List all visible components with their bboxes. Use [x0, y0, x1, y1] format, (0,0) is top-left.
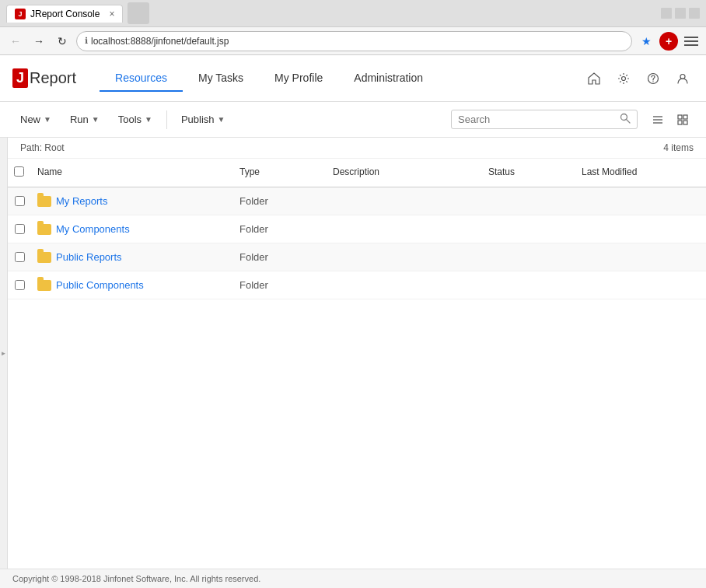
home-icon[interactable] [583, 68, 605, 89]
table-header: Name Type Description Status Last Modifi… [8, 159, 706, 187]
bookmark-star-icon[interactable]: ★ [641, 35, 652, 47]
publish-label: Publish [181, 114, 215, 125]
search-box[interactable] [451, 110, 638, 129]
tools-button[interactable]: Tools ▼ [110, 110, 160, 129]
header-name[interactable]: Name [31, 163, 233, 182]
row-modified-cell [575, 197, 706, 206]
folder-icon [37, 280, 51, 291]
grid-view-button[interactable] [672, 109, 694, 131]
row-name-cell: Public Reports [31, 247, 233, 268]
list-view-button[interactable] [647, 109, 669, 131]
row-name-link[interactable]: My Components [56, 223, 130, 235]
row-type-cell: Folder [233, 247, 327, 268]
row-checkbox[interactable] [15, 196, 25, 206]
tools-dropdown-arrow: ▼ [145, 115, 152, 124]
row-modified-cell [575, 253, 706, 262]
row-status-cell [482, 281, 575, 290]
new-label: New [20, 114, 40, 125]
tab-title: JReport Console [30, 9, 100, 19]
row-type-cell: Folder [233, 219, 327, 240]
header-last-modified[interactable]: Last Modified [575, 163, 706, 182]
nav-my-profile[interactable]: My Profile [259, 65, 338, 92]
row-status-cell [482, 197, 575, 206]
header-type[interactable]: Type [233, 163, 327, 182]
browser-controls: ← → ↻ ℹ localhost:8888/jinfonet/default.… [0, 26, 706, 54]
row-modified-cell [575, 281, 706, 290]
app-container: J Report Resources My Tasks My Profile A… [0, 55, 706, 588]
select-all-checkbox[interactable] [14, 166, 24, 177]
row-checkbox[interactable] [15, 224, 25, 234]
footer-text: Copyright © 1998-2018 Jinfonet Software,… [12, 574, 260, 583]
logo-j: J [12, 68, 28, 88]
row-checkbox[interactable] [15, 280, 25, 290]
address-bar[interactable]: ℹ localhost:8888/jinfonet/default.jsp [76, 31, 632, 51]
help-icon[interactable] [642, 68, 664, 89]
tools-label: Tools [118, 114, 142, 125]
folder-icon [37, 252, 51, 263]
user-icon[interactable] [672, 68, 694, 89]
header-checkbox-cell [8, 163, 31, 182]
row-name-cell: Public Components [31, 275, 233, 296]
browser-titlebar: J JReport Console × [0, 0, 706, 26]
svg-point-2 [652, 81, 653, 82]
panel-arrow-icon: ► [1, 350, 7, 357]
row-checkbox-cell[interactable] [8, 219, 31, 239]
app-logo: J Report [12, 68, 76, 88]
items-count: 4 items [663, 142, 694, 153]
tab-close-button[interactable]: × [109, 9, 114, 19]
row-name-link[interactable]: Public Reports [56, 251, 122, 263]
run-dropdown-arrow: ▼ [92, 115, 100, 124]
search-icon [620, 113, 631, 126]
logo-text: Report [30, 69, 76, 87]
nav-my-tasks[interactable]: My Tasks [183, 65, 259, 92]
run-button[interactable]: Run ▼ [62, 110, 107, 129]
run-label: Run [70, 114, 89, 125]
row-checkbox-cell[interactable] [8, 275, 31, 295]
settings-icon[interactable] [613, 68, 634, 89]
toolbar-separator [166, 110, 167, 129]
maximize-button[interactable] [675, 8, 686, 19]
header-icons [583, 68, 694, 89]
main-content: ► Path: Root 4 items Name [0, 138, 706, 569]
back-button[interactable]: ← [6, 32, 25, 51]
svg-rect-12 [683, 121, 687, 124]
row-checkbox-cell[interactable] [8, 247, 31, 267]
app-footer: Copyright © 1998-2018 Jinfonet Software,… [0, 569, 706, 588]
folder-icon [37, 196, 51, 207]
extension-button[interactable]: + [659, 32, 678, 51]
tab-icon: J [15, 9, 26, 19]
panel-toggle[interactable]: ► [0, 138, 8, 569]
close-button[interactable] [689, 8, 700, 19]
table-row[interactable]: Public Components Folder [8, 271, 706, 299]
row-checkbox-cell[interactable] [8, 191, 31, 211]
browser-menu-button[interactable] [683, 35, 700, 47]
table-row[interactable]: My Components Folder [8, 215, 706, 243]
row-name-link[interactable]: My Reports [56, 195, 107, 207]
toolbar: New ▼ Run ▼ Tools ▼ Publish ▼ [0, 102, 706, 138]
row-modified-cell [575, 225, 706, 234]
table-row[interactable]: Public Reports Folder [8, 243, 706, 271]
row-name-cell: My Reports [31, 191, 233, 212]
new-dropdown-arrow: ▼ [44, 115, 51, 124]
row-description-cell [327, 225, 482, 234]
new-tab-button[interactable] [128, 2, 149, 24]
refresh-button[interactable]: ↻ [53, 32, 72, 51]
nav-administration[interactable]: Administration [338, 65, 439, 92]
forward-button[interactable]: → [30, 32, 48, 51]
minimize-button[interactable] [661, 8, 672, 19]
app-header: J Report Resources My Tasks My Profile A… [0, 55, 706, 102]
publish-button[interactable]: Publish ▼ [173, 110, 233, 129]
row-checkbox[interactable] [15, 252, 25, 262]
header-status[interactable]: Status [482, 163, 575, 182]
new-button[interactable]: New ▼ [12, 110, 59, 129]
browser-tab[interactable]: J JReport Console × [6, 5, 123, 23]
row-name-cell: My Components [31, 219, 233, 240]
table-row[interactable]: My Reports Folder [8, 187, 706, 215]
svg-line-5 [627, 120, 631, 124]
row-type-cell: Folder [233, 191, 327, 212]
search-input[interactable] [458, 114, 620, 125]
nav-resources[interactable]: Resources [100, 65, 183, 92]
path-text: Path: Root [20, 142, 65, 153]
row-name-link[interactable]: Public Components [56, 279, 144, 291]
row-status-cell [482, 225, 575, 234]
